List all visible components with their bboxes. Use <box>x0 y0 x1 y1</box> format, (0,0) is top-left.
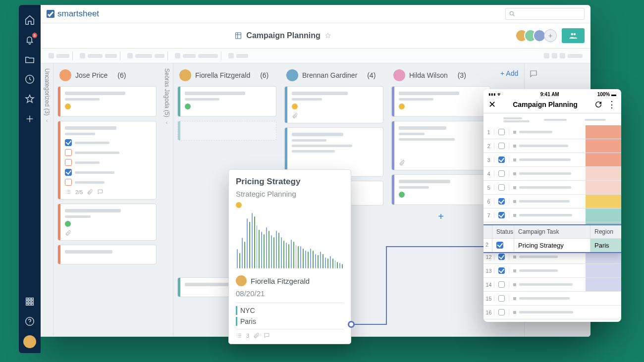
checkbox-icon[interactable] <box>498 170 505 177</box>
mobile-row[interactable]: 14 <box>483 278 621 292</box>
row-glyph-icon <box>512 310 517 315</box>
checklist-icon <box>236 332 242 339</box>
card-checklist[interactable]: 2/5 <box>57 121 157 200</box>
mobile-title: Campaign Planning <box>496 101 594 108</box>
mobile-row[interactable]: 15 <box>483 292 621 306</box>
checkbox-icon[interactable] <box>65 149 72 156</box>
brand[interactable]: smartsheet <box>47 9 99 19</box>
card[interactable] <box>57 245 157 264</box>
mobile-row[interactable]: 7 <box>483 208 621 222</box>
notifications-icon[interactable]: 3 <box>24 34 35 45</box>
folder-icon[interactable] <box>24 54 35 65</box>
mobile-row[interactable]: 2 <box>483 139 621 153</box>
row-glyph-icon <box>512 268 517 273</box>
mobile-row[interactable]: 3 <box>483 153 621 167</box>
lane-header[interactable]: Hilda Wilson (3) <box>391 68 490 82</box>
mobile-row[interactable]: 6 <box>483 195 621 208</box>
card-placeholder[interactable] <box>177 121 276 141</box>
svg-rect-7 <box>26 304 28 306</box>
svg-rect-1 <box>26 298 28 300</box>
card[interactable] <box>391 174 490 205</box>
svg-rect-3 <box>32 298 34 300</box>
apps-icon[interactable] <box>24 296 35 307</box>
brand-text: smartsheet <box>57 9 99 19</box>
status-dot <box>236 202 242 208</box>
comment-icon <box>529 69 538 78</box>
status-dot <box>65 221 71 227</box>
checkbox-icon[interactable] <box>498 267 505 274</box>
mobile-row[interactable]: 16 <box>483 306 621 319</box>
people-icon <box>569 31 578 40</box>
search-input[interactable] <box>505 8 585 20</box>
add-collaborator-icon[interactable]: + <box>544 29 557 42</box>
status-dot <box>399 103 405 109</box>
checkbox-icon[interactable] <box>498 143 505 149</box>
collapsed-lane[interactable]: Uncategorized (3) <box>41 63 54 336</box>
collapsed-lane[interactable]: Seòras Jagoda (5) <box>161 63 173 336</box>
kebab-icon[interactable]: ⋮ <box>607 102 616 107</box>
mobile-nav: ✕ Campaign Planning ⋮ <box>483 98 621 113</box>
checkbox-icon[interactable] <box>498 281 505 288</box>
col-region: Region <box>590 225 621 238</box>
account-avatar[interactable] <box>23 335 36 348</box>
lane-header[interactable]: Brennan Gardiner (4) <box>284 68 383 82</box>
checkbox-icon[interactable] <box>65 169 72 176</box>
row-number: 13 <box>483 268 494 274</box>
card[interactable] <box>57 86 157 117</box>
checkbox-icon[interactable] <box>498 254 505 260</box>
create-icon[interactable] <box>24 113 35 124</box>
search-icon <box>509 10 516 17</box>
home-icon[interactable] <box>24 14 35 25</box>
checkbox-icon[interactable] <box>65 179 72 186</box>
card[interactable] <box>391 86 490 117</box>
favorite-star-icon[interactable] <box>324 32 331 39</box>
card[interactable] <box>391 121 490 170</box>
sheet-icon <box>234 32 242 40</box>
close-icon[interactable]: ✕ <box>488 100 496 109</box>
favorites-icon[interactable] <box>24 94 35 104</box>
checkbox-icon[interactable] <box>496 242 503 249</box>
card[interactable] <box>284 86 383 123</box>
mobile-row-overlay[interactable]: Status Campaign Task Region 2 Pricing St… <box>483 224 621 253</box>
checkbox-icon[interactable] <box>498 212 505 218</box>
card[interactable] <box>177 86 276 117</box>
share-button[interactable] <box>562 28 585 43</box>
lane-header[interactable]: Fiorella Fitzgerald (6) <box>177 68 276 82</box>
checkbox-icon[interactable] <box>65 139 72 146</box>
mobile-row[interactable]: 5 <box>483 181 621 195</box>
tag: NYC <box>236 306 344 315</box>
svg-rect-9 <box>32 304 34 306</box>
svg-rect-4 <box>26 301 28 303</box>
card-detail-popover[interactable]: Pricing Strategy Strategic Planning Fior… <box>228 169 351 344</box>
checkbox-icon[interactable] <box>498 198 505 205</box>
checkbox-icon[interactable] <box>498 184 505 191</box>
mobile-grid[interactable]: 12345678111213141516 Status Campaign Tas… <box>483 125 621 322</box>
checkbox-icon[interactable] <box>498 309 505 315</box>
status-dot <box>65 103 71 109</box>
add-card-button[interactable]: + <box>391 209 490 224</box>
row-number: 5 <box>483 185 494 191</box>
svg-rect-8 <box>29 304 31 306</box>
row-number: 12 <box>483 254 494 260</box>
mobile-row[interactable]: 1 <box>483 125 621 139</box>
card-footer: 3 <box>236 329 344 339</box>
checkbox-icon[interactable] <box>498 156 505 163</box>
avatar <box>393 69 405 81</box>
lane-header[interactable]: Jose Price (6) <box>57 68 157 82</box>
comment-icon <box>264 332 270 339</box>
card-subtitle: Strategic Planning <box>236 190 344 198</box>
mobile-row[interactable]: 13 <box>483 264 621 278</box>
checkbox-icon[interactable] <box>498 129 505 135</box>
row-number: 14 <box>483 282 494 288</box>
checkbox-icon[interactable] <box>498 295 505 302</box>
row-number: 2 <box>483 143 494 149</box>
card[interactable] <box>57 204 157 241</box>
collaborator-stack[interactable]: + <box>519 29 557 42</box>
row-glyph-icon <box>512 213 517 218</box>
recents-icon[interactable] <box>24 74 35 85</box>
help-icon[interactable] <box>24 316 35 327</box>
mobile-row[interactable]: 4 <box>483 167 621 181</box>
refresh-icon[interactable] <box>594 101 602 108</box>
checkbox-icon[interactable] <box>65 159 72 166</box>
top-bar: smartsheet <box>41 5 590 23</box>
